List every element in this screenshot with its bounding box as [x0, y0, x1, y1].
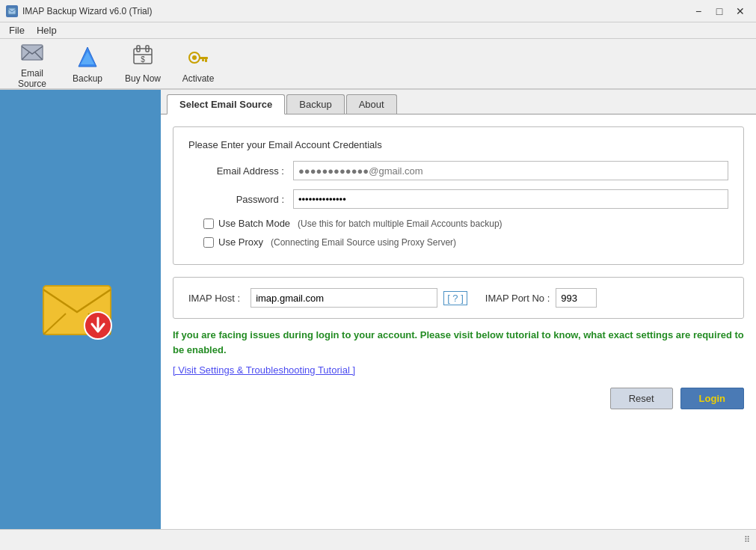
- tutorial-link[interactable]: [ Visit Settings & Troubleshooting Tutor…: [173, 364, 744, 376]
- title-bar-left: IMAP Backup Wizard v6.0 (Trial): [6, 5, 152, 17]
- toolbar-email-source-label: Email Source: [6, 68, 58, 89]
- password-input[interactable]: [293, 189, 728, 209]
- content-area: Select Email Source Backup About Please …: [161, 90, 756, 529]
- toolbar-buy-now[interactable]: $ Buy Now: [117, 42, 169, 85]
- imap-box: IMAP Host : [ ? ] IMAP Port No :: [173, 277, 744, 319]
- password-row: Password :: [188, 189, 728, 209]
- main-layout: Select Email Source Backup About Please …: [0, 90, 756, 529]
- app-icon: [6, 5, 18, 17]
- imap-port-input[interactable]: [556, 288, 597, 308]
- batch-mode-checkbox[interactable]: [203, 219, 214, 229]
- toolbar-backup-label: Backup: [73, 73, 102, 84]
- tabs: Select Email Source Backup About: [161, 90, 756, 114]
- batch-mode-text: Use Batch Mode: [218, 218, 290, 229]
- title-bar: IMAP Backup Wizard v6.0 (Trial) − □ ✕: [0, 0, 756, 22]
- credentials-title: Please Enter your Email Account Credenti…: [188, 139, 728, 150]
- sidebar-email-icon: [40, 275, 122, 344]
- maximize-button[interactable]: □: [710, 4, 729, 19]
- toolbar-buy-now-label: Buy Now: [125, 73, 161, 84]
- reset-button[interactable]: Reset: [610, 388, 673, 409]
- imap-host-input[interactable]: [251, 288, 437, 308]
- menu-file[interactable]: File: [3, 23, 31, 37]
- proxy-checkbox[interactable]: [203, 237, 214, 248]
- close-button[interactable]: ✕: [731, 4, 750, 19]
- title-bar-controls: − □ ✕: [689, 4, 750, 19]
- svg-rect-14: [205, 59, 207, 62]
- toolbar-activate-label: Activate: [182, 73, 215, 84]
- toolbar-backup[interactable]: Backup: [61, 42, 114, 85]
- email-row: Email Address :: [188, 161, 728, 180]
- email-label: Email Address :: [188, 165, 293, 177]
- proxy-note: (Connecting Email Source using Proxy Ser…: [271, 237, 456, 248]
- status-bar: ⠿: [0, 529, 756, 550]
- proxy-label[interactable]: Use Proxy: [203, 236, 263, 248]
- batch-mode-row: Use Batch Mode (Use this for batch multi…: [188, 218, 728, 229]
- login-button[interactable]: Login: [680, 388, 744, 409]
- proxy-row: Use Proxy (Connecting Email Source using…: [188, 236, 728, 248]
- tab-about[interactable]: About: [346, 94, 397, 114]
- batch-mode-label[interactable]: Use Batch Mode: [203, 218, 290, 229]
- sidebar: [0, 90, 161, 529]
- credentials-box: Please Enter your Email Account Credenti…: [173, 126, 744, 265]
- activate-icon: [185, 44, 212, 71]
- buy-now-icon: $: [129, 44, 156, 71]
- app-title: IMAP Backup Wizard v6.0 (Trial): [22, 6, 152, 16]
- svg-rect-0: [8, 8, 16, 14]
- email-source-icon: [19, 39, 46, 66]
- info-message: If you are facing issues during login to…: [173, 328, 744, 357]
- svg-text:$: $: [141, 55, 145, 64]
- tab-select-email-source[interactable]: Select Email Source: [167, 94, 285, 114]
- svg-rect-13: [199, 57, 208, 59]
- action-buttons: Reset Login: [173, 388, 744, 409]
- toolbar-activate[interactable]: Activate: [172, 42, 224, 85]
- svg-rect-15: [202, 59, 204, 61]
- backup-icon: [74, 44, 101, 71]
- toolbar: Email Source Backup $ Buy Now: [0, 39, 756, 90]
- imap-host-label: IMAP Host :: [188, 293, 240, 304]
- imap-row: IMAP Host : [ ? ] IMAP Port No :: [188, 288, 728, 308]
- menu-bar: File Help: [0, 22, 756, 39]
- email-input[interactable]: [293, 161, 728, 180]
- resize-indicator: ⠿: [744, 535, 750, 545]
- batch-mode-note: (Use this for batch multiple Email Accou…: [298, 219, 502, 229]
- tab-backup[interactable]: Backup: [286, 94, 344, 114]
- svg-rect-1: [22, 45, 43, 60]
- minimize-button[interactable]: −: [689, 4, 708, 19]
- password-label: Password :: [188, 194, 293, 205]
- proxy-text: Use Proxy: [218, 236, 263, 248]
- toolbar-email-source[interactable]: Email Source: [6, 42, 58, 85]
- menu-help[interactable]: Help: [31, 23, 63, 37]
- imap-port-label: IMAP Port No :: [485, 293, 550, 304]
- imap-help-button[interactable]: [ ? ]: [443, 291, 467, 305]
- panel: Please Enter your Email Account Credenti…: [161, 114, 756, 529]
- svg-point-12: [192, 55, 197, 60]
